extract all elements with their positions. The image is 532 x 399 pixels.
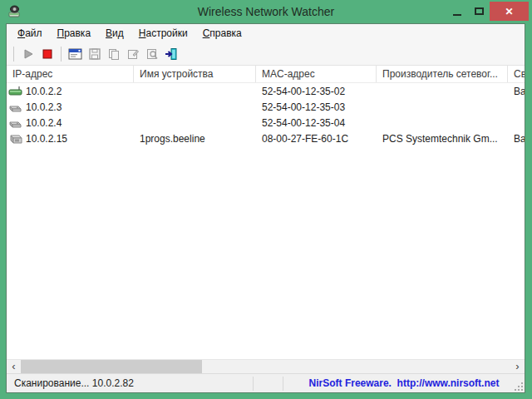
statusbar: Сканирование... 10.0.2.82 NirSoft Freewa… (7, 373, 525, 392)
stop-scan-button[interactable] (37, 45, 57, 63)
computer-icon (8, 133, 23, 145)
resize-grip[interactable] (514, 382, 524, 392)
menu-file[interactable]: Файл (10, 24, 50, 42)
exit-door-icon (165, 47, 178, 61)
maximize-button[interactable] (468, 2, 490, 21)
options-window-icon (68, 47, 82, 61)
toolbar-separator (61, 47, 62, 62)
advanced-options-button[interactable] (66, 45, 85, 63)
close-icon: ✕ (505, 6, 513, 17)
copy-icon (107, 47, 121, 61)
properties-icon (126, 47, 140, 61)
menu-edit[interactable]: Правка (50, 24, 99, 42)
app-window: Wireless Network Watcher ✕ Файл Правка В… (0, 0, 532, 399)
column-header-mac[interactable]: MAC-адрес (256, 66, 377, 82)
table-row[interactable]: 10.0.2.3 52-54-00-12-35-03 (7, 99, 525, 115)
router-icon (8, 86, 23, 97)
column-header-device-name[interactable]: Имя устройства (134, 66, 256, 82)
network-device-icon (8, 117, 23, 129)
table-row[interactable]: 10.0.2.4 52-54-00-12-35-04 (7, 115, 525, 131)
stop-icon (41, 47, 54, 61)
html-report-button[interactable] (142, 45, 161, 63)
toolbar (7, 42, 525, 66)
report-icon (145, 47, 159, 61)
properties-button[interactable] (123, 45, 142, 63)
save-button[interactable] (85, 45, 104, 63)
column-header-ip[interactable]: IP-адрес (7, 66, 134, 82)
menu-view[interactable]: Вид (98, 24, 131, 42)
play-icon (22, 47, 35, 61)
column-header-vendor[interactable]: Производитель сетевог... (377, 66, 508, 82)
scroll-right-arrow[interactable]: › (510, 360, 525, 373)
minimize-icon (453, 14, 461, 16)
network-device-icon (8, 101, 23, 113)
list-header: IP-адрес Имя устройства MAC-адрес Произв… (7, 66, 525, 83)
table-row[interactable]: 10.0.2.15 1progs.beeline 08-00-27-FE-60-… (7, 131, 525, 146)
table-row[interactable]: 10.0.2.2 52-54-00-12-35-02 Ваш (7, 83, 525, 99)
scrollbar-thumb[interactable] (21, 360, 202, 373)
save-icon (88, 47, 101, 61)
maximize-icon (475, 7, 484, 15)
titlebar[interactable]: Wireless Network Watcher ✕ (0, 0, 532, 23)
statusbar-panel (254, 377, 283, 391)
menu-help[interactable]: Справка (195, 24, 249, 42)
column-header-info[interactable]: Све (508, 66, 525, 82)
device-list: IP-адрес Имя устройства MAC-адрес Произв… (7, 66, 525, 359)
nirsoft-link[interactable]: NirSoft Freeware. http://www.nirsoft.net (283, 377, 525, 389)
menubar: Файл Правка Вид Настройки Справка (7, 24, 525, 42)
scroll-left-arrow[interactable]: ‹ (7, 360, 21, 373)
horizontal-scrollbar[interactable]: ‹ › (7, 359, 525, 373)
minimize-button[interactable] (446, 2, 468, 21)
toolbar-gripper (13, 47, 14, 62)
close-button[interactable]: ✕ (490, 2, 529, 21)
scan-status: Сканирование... 10.0.2.82 (7, 377, 254, 391)
start-scan-button[interactable] (18, 45, 37, 63)
menu-options[interactable]: Настройки (131, 24, 195, 42)
exit-button[interactable] (161, 45, 180, 63)
copy-button[interactable] (104, 45, 123, 63)
client-area: Файл Правка Вид Настройки Справка (6, 23, 525, 393)
